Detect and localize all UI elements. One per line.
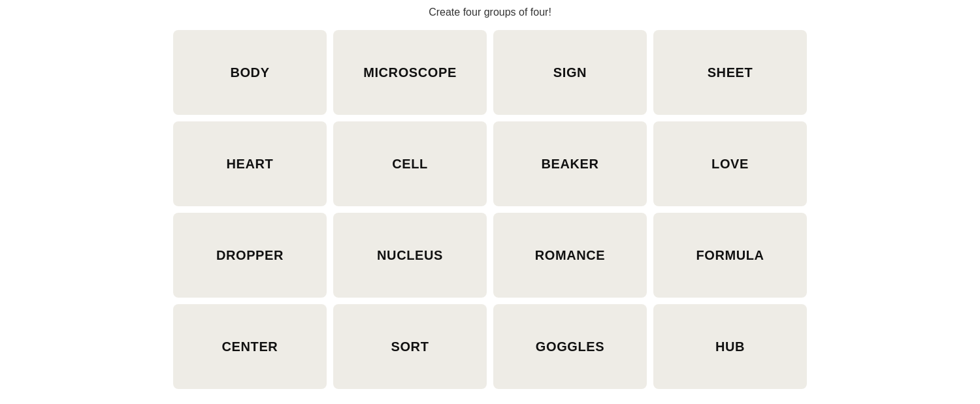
tile-love[interactable]: LOVE (653, 121, 807, 206)
tile-label-beaker: BEAKER (541, 157, 598, 172)
tile-sheet[interactable]: SHEET (653, 30, 807, 115)
tile-dropper[interactable]: DROPPER (173, 213, 327, 298)
tile-cell[interactable]: CELL (333, 121, 487, 206)
tile-label-nucleus: NUCLEUS (377, 248, 443, 263)
tile-goggles[interactable]: GOGGLES (493, 304, 647, 389)
tile-sort[interactable]: SORT (333, 304, 487, 389)
tile-label-goggles: GOGGLES (536, 339, 604, 354)
tile-hub[interactable]: HUB (653, 304, 807, 389)
tile-label-hub: HUB (715, 339, 745, 354)
tile-label-romance: ROMANCE (535, 248, 606, 263)
tile-label-cell: CELL (392, 157, 428, 172)
tile-heart[interactable]: HEART (173, 121, 327, 206)
subtitle: Create four groups of four! (429, 7, 551, 18)
tile-label-microscope: MICROSCOPE (363, 65, 457, 80)
tile-label-dropper: DROPPER (216, 248, 284, 263)
tile-label-sheet: SHEET (708, 65, 753, 80)
tile-label-body: BODY (230, 65, 269, 80)
tile-beaker[interactable]: BEAKER (493, 121, 647, 206)
tile-microscope[interactable]: MICROSCOPE (333, 30, 487, 115)
tile-label-formula: FORMULA (696, 248, 764, 263)
tile-label-sort: SORT (391, 339, 429, 354)
tile-label-sign: SIGN (553, 65, 587, 80)
tile-center[interactable]: CENTER (173, 304, 327, 389)
tile-romance[interactable]: ROMANCE (493, 213, 647, 298)
tile-nucleus[interactable]: NUCLEUS (333, 213, 487, 298)
tile-sign[interactable]: SIGN (493, 30, 647, 115)
tile-body[interactable]: BODY (173, 30, 327, 115)
tile-label-heart: HEART (227, 157, 274, 172)
tile-label-center: CENTER (222, 339, 278, 354)
word-grid: BODYMICROSCOPESIGNSHEETHEARTCELLBEAKERLO… (173, 30, 807, 389)
tile-label-love: LOVE (711, 157, 749, 172)
tile-formula[interactable]: FORMULA (653, 213, 807, 298)
